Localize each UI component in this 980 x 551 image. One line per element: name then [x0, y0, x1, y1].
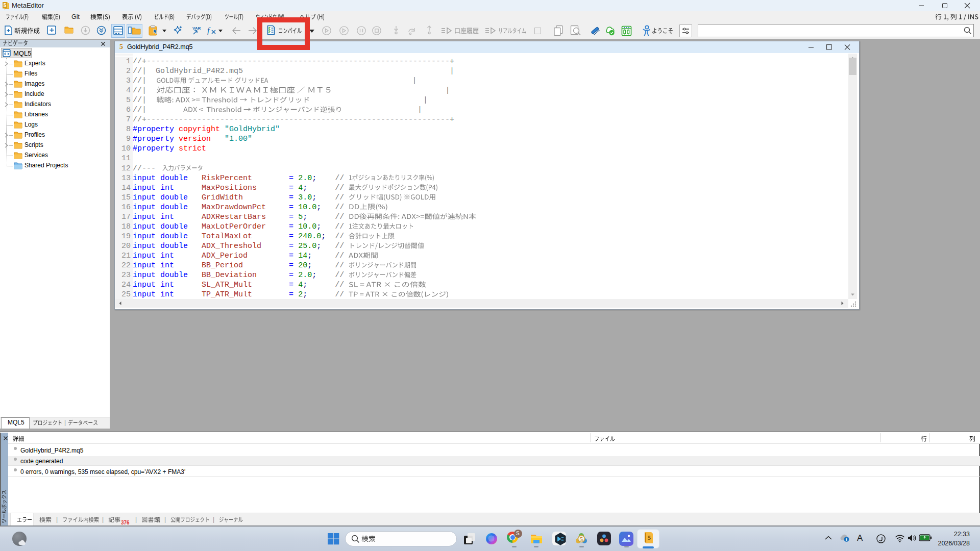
- svg-text:5: 5: [580, 536, 583, 543]
- svg-text:5: 5: [4, 3, 7, 8]
- svg-text:VAR: VAR: [192, 26, 201, 31]
- svg-text:5: 5: [648, 534, 651, 541]
- svg-text:f: f: [207, 26, 211, 35]
